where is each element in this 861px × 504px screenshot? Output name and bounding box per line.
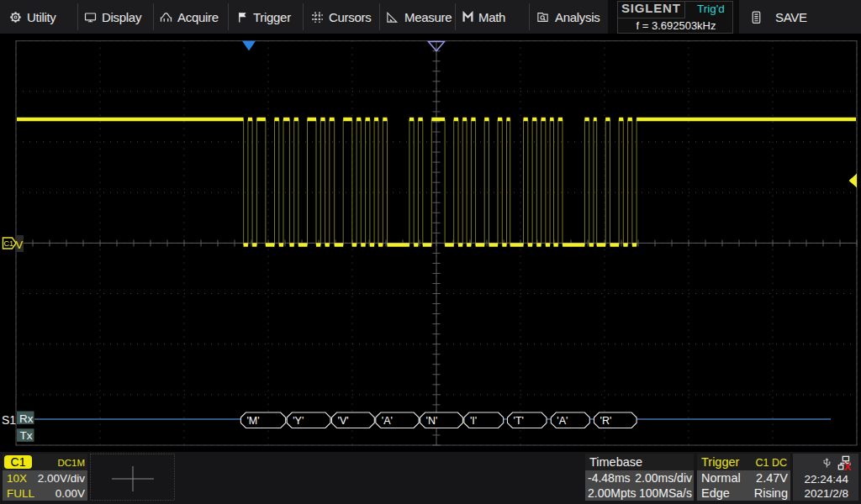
svg-text:X: X: [844, 461, 852, 470]
svg-text:Tx: Tx: [20, 429, 33, 442]
svg-text:'A': 'A': [382, 415, 393, 427]
svg-text:'T': 'T': [514, 415, 524, 427]
svg-text:'I': 'I': [470, 415, 477, 427]
svg-text:'A': 'A': [557, 415, 568, 427]
svg-text:'N': 'N': [426, 415, 438, 427]
svg-text:'V': 'V': [338, 415, 349, 427]
svg-text:S1: S1: [2, 413, 16, 427]
svg-text:Rx: Rx: [19, 412, 34, 425]
svg-text:V: V: [16, 239, 24, 251]
svg-text:'M': 'M': [246, 415, 259, 427]
svg-text:C1: C1: [4, 239, 14, 248]
svg-text:'R': 'R': [600, 415, 612, 427]
svg-text:'Y': 'Y': [293, 415, 304, 427]
